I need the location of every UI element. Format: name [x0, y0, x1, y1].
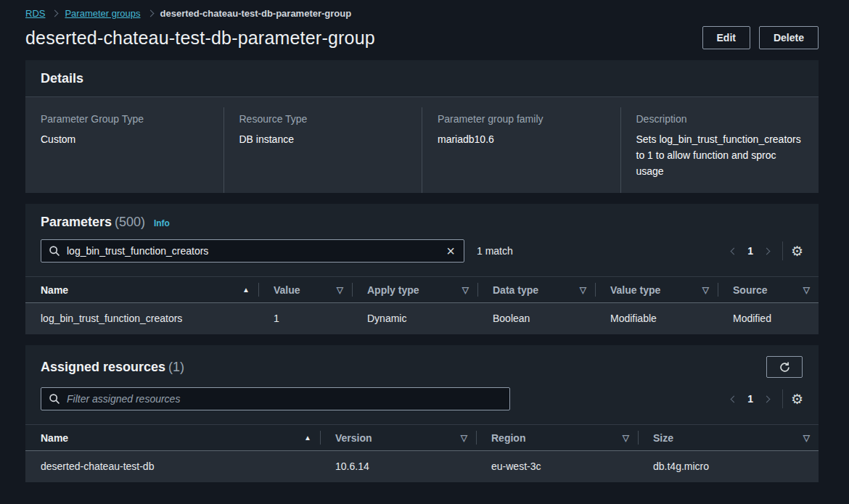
detail-field-parameter-group-type: Parameter Group Type Custom — [25, 107, 223, 193]
pagination-divider — [782, 241, 783, 260]
cell-data-type: Boolean — [477, 303, 595, 334]
detail-value: DB instance — [239, 132, 408, 148]
column-header-label: Name — [41, 284, 68, 296]
pagination-prev-button[interactable] — [725, 244, 743, 258]
column-header-label: Size — [653, 432, 673, 444]
column-header-label: Version — [335, 432, 372, 444]
pagination-prev-button[interactable] — [725, 392, 743, 406]
parameters-settings-button[interactable]: ⚙ — [789, 244, 803, 258]
assigned-resources-count: (1) — [168, 360, 184, 374]
column-header-label: Source — [733, 284, 767, 296]
pagination-page-number[interactable]: 1 — [747, 245, 753, 257]
gear-icon: ⚙ — [791, 244, 803, 259]
page-bottom-strip — [0, 499, 849, 504]
assigned-resource-row[interactable]: deserted-chateau-test-db 10.6.14 eu-west… — [25, 451, 819, 482]
detail-value: mariadb10.6 — [438, 132, 606, 148]
column-header-source[interactable]: Source ▽ — [718, 277, 819, 302]
assigned-filter-input[interactable] — [67, 393, 505, 405]
assigned-controls-row: 1 ⚙ — [41, 387, 803, 410]
delete-button[interactable]: Delete — [759, 26, 819, 49]
refresh-button[interactable] — [766, 356, 803, 378]
parameter-search-box: × — [41, 239, 464, 263]
column-header-label: Region — [491, 432, 525, 444]
refresh-icon — [779, 361, 791, 373]
column-header-label: Data type — [493, 284, 538, 296]
detail-value: Custom — [41, 132, 209, 148]
column-header-label: Value type — [610, 284, 660, 296]
chevron-right-icon — [763, 395, 771, 402]
parameters-info-link[interactable]: Info — [154, 218, 170, 228]
chevron-left-icon — [731, 247, 738, 255]
parameters-table-header: Name ▲ Value ▽ Apply type ▽ Data type ▽ … — [25, 276, 819, 303]
assigned-resources-panel: Assigned resources (1) — [25, 345, 819, 482]
sort-ascending-icon: ▲ — [242, 286, 250, 294]
detail-label: Parameter group family — [438, 113, 606, 125]
column-header-value[interactable]: Value ▽ — [258, 277, 352, 302]
details-title: Details — [41, 71, 83, 86]
column-header-label: Name — [41, 432, 68, 444]
breadcrumb-link-rds[interactable]: RDS — [25, 8, 45, 19]
assigned-resources-title: Assigned resources — [41, 360, 165, 374]
breadcrumb-separator-icon — [52, 10, 59, 17]
chevron-right-icon — [763, 247, 771, 255]
assigned-table-header: Name ▲ Version ▽ Region ▽ Size ▽ — [25, 424, 819, 451]
parameter-search-input[interactable] — [67, 245, 442, 257]
column-header-value-type[interactable]: Value type ▽ — [595, 277, 718, 302]
parameter-table-row[interactable]: log_bin_trust_function_creators 1 Dynami… — [25, 303, 819, 334]
breadcrumb: RDS Parameter groups deserted-chateau-te… — [0, 0, 849, 19]
sort-icon: ▽ — [337, 285, 343, 295]
detail-label: Parameter Group Type — [41, 113, 209, 125]
column-header-region[interactable]: Region ▽ — [476, 425, 638, 450]
cell-size: db.t4g.micro — [638, 451, 819, 482]
parameters-title: Parameters — [41, 215, 112, 229]
cell-apply-type: Dynamic — [352, 303, 477, 334]
column-header-size[interactable]: Size ▽ — [638, 425, 819, 450]
detail-label: Resource Type — [239, 113, 408, 125]
column-header-data-type[interactable]: Data type ▽ — [477, 277, 595, 302]
close-icon: × — [446, 243, 455, 259]
sort-icon: ▽ — [580, 285, 586, 295]
column-header-label: Value — [274, 284, 300, 296]
detail-label: Description — [636, 113, 805, 125]
assigned-pagination: 1 ⚙ — [725, 389, 803, 408]
cell-value-type: Modifiable — [595, 303, 718, 334]
assigned-settings-button[interactable]: ⚙ — [789, 392, 803, 406]
pagination-page-number[interactable]: 1 — [747, 393, 753, 405]
details-panel-header: Details — [25, 60, 819, 97]
rds-parameter-group-page: RDS Parameter groups deserted-chateau-te… — [0, 0, 849, 504]
assigned-title-row: Assigned resources (1) — [25, 356, 819, 378]
cell-resource-name: deserted-chateau-test-db — [25, 451, 320, 482]
cell-version: 10.6.14 — [320, 451, 476, 482]
pagination-next-button[interactable] — [758, 392, 776, 406]
details-body: Parameter Group Type Custom Resource Typ… — [25, 97, 819, 193]
page-title: deserted-chateau-test-db-parameter-group — [25, 28, 375, 49]
breadcrumb-separator-icon — [147, 10, 154, 17]
sort-ascending-icon: ▲ — [304, 434, 311, 442]
header-actions: Edit Delete — [702, 26, 819, 49]
pagination-next-button[interactable] — [758, 244, 776, 258]
sort-icon: ▽ — [803, 285, 810, 295]
cell-parameter-name: log_bin_trust_function_creators — [25, 303, 258, 334]
parameters-pagination: 1 ⚙ — [725, 241, 803, 260]
pagination-divider — [782, 389, 783, 408]
column-header-version[interactable]: Version ▽ — [320, 425, 476, 450]
page-header: deserted-chateau-test-db-parameter-group… — [25, 26, 819, 49]
sort-icon: ▽ — [623, 433, 629, 443]
chevron-left-icon — [731, 395, 738, 402]
column-header-name[interactable]: Name ▲ — [25, 277, 258, 302]
sort-icon: ▽ — [461, 433, 467, 443]
column-header-label: Apply type — [367, 284, 419, 296]
assigned-filter-box — [41, 387, 510, 410]
parameters-count: (500) — [115, 215, 145, 229]
cell-region: eu-west-3c — [476, 451, 638, 482]
column-header-name[interactable]: Name ▲ — [25, 425, 320, 450]
column-header-apply-type[interactable]: Apply type ▽ — [352, 277, 477, 302]
detail-field-resource-type: Resource Type DB instance — [223, 107, 422, 193]
sort-icon: ▽ — [462, 285, 469, 295]
match-count: 1 match — [477, 245, 513, 257]
breadcrumb-link-parameter-groups[interactable]: Parameter groups — [65, 8, 140, 19]
edit-button[interactable]: Edit — [702, 26, 750, 49]
search-icon — [49, 245, 60, 257]
clear-search-button[interactable]: × — [442, 244, 459, 258]
cell-source: Modified — [718, 303, 819, 334]
